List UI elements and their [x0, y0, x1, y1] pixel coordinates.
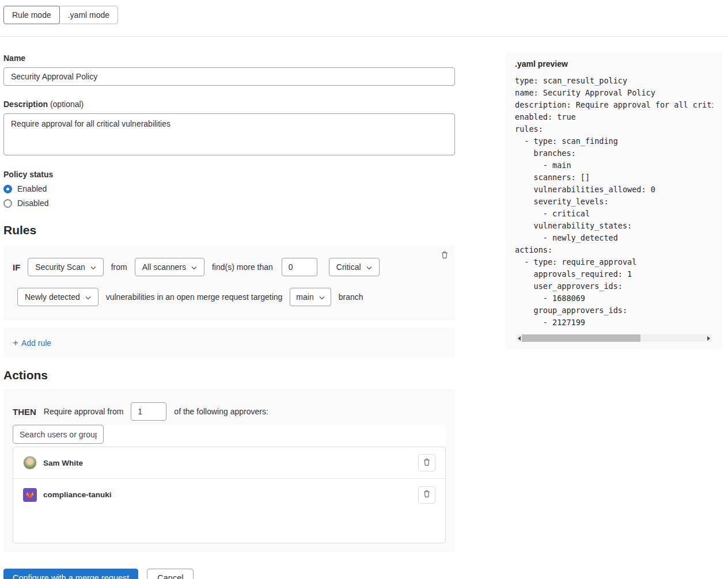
delete-rule-button[interactable]	[440, 250, 449, 260]
approver-name: compliance-tanuki	[43, 490, 112, 499]
group-avatar	[23, 488, 37, 502]
scroll-right-arrow[interactable]	[707, 336, 710, 341]
from-label: from	[111, 262, 127, 272]
if-keyword: IF	[13, 262, 20, 272]
vulnerabilities-allowed-input[interactable]	[282, 258, 317, 276]
chevron-down-icon	[319, 292, 325, 302]
top-divider	[0, 36, 728, 37]
status-option-disabled: Disabled	[3, 199, 455, 208]
search-users-groups-input[interactable]	[13, 425, 104, 444]
scroll-left-arrow[interactable]	[518, 336, 521, 341]
description-label: Description (optional)	[3, 100, 455, 109]
yaml-preview-title: .yaml preview	[515, 59, 713, 68]
scanners-dropdown[interactable]: All scanners	[135, 258, 204, 276]
yaml-preview-panel: .yaml preview type: scan_result_policy n…	[506, 52, 722, 349]
tab-rule-mode[interactable]: Rule mode	[3, 6, 60, 24]
rule-row-1: IF Security Scan from All scanners find(…	[13, 258, 446, 276]
configure-merge-request-button[interactable]: Configure with a merge request	[3, 569, 138, 579]
trash-icon	[422, 489, 431, 500]
finds-more-than-label: find(s) more than	[212, 262, 273, 272]
description-optional-hint: (optional)	[50, 100, 84, 109]
action-card: THEN Require approval from of the follow…	[3, 389, 455, 552]
rules-heading: Rules	[3, 223, 455, 237]
user-avatar	[23, 456, 37, 470]
tanuki-icon	[25, 490, 35, 500]
chevron-down-icon	[191, 262, 197, 272]
status-option-enabled: Enabled	[3, 184, 455, 193]
radio-enabled-label: Enabled	[17, 184, 47, 193]
plus-icon: +	[13, 338, 18, 348]
chevron-down-icon	[366, 262, 372, 272]
rule-card: IF Security Scan from All scanners find(…	[3, 245, 455, 320]
radio-enabled[interactable]	[3, 185, 12, 193]
approver-name: Sam White	[43, 459, 83, 467]
description-textarea[interactable]: Require approval for all critical vulner…	[3, 113, 455, 155]
add-rule-card: + Add rule	[3, 327, 455, 358]
vulnerability-state-dropdown[interactable]: Newly detected	[17, 288, 98, 306]
add-rule-button[interactable]: + Add rule	[13, 338, 51, 348]
branch-dropdown[interactable]: main	[290, 288, 331, 306]
name-label: Name	[3, 54, 455, 63]
severity-dropdown[interactable]: Critical	[329, 258, 380, 276]
branch-label: branch	[339, 292, 363, 302]
actions-heading: Actions	[3, 368, 455, 382]
trash-icon	[422, 458, 431, 468]
remove-approver-button[interactable]	[418, 454, 435, 471]
editor-mode-tabs: Rule mode .yaml mode	[3, 6, 118, 24]
yaml-horizontal-scrollbar[interactable]	[516, 334, 712, 342]
scan-type-dropdown[interactable]: Security Scan	[28, 258, 103, 276]
approver-row-group: compliance-tanuki	[13, 479, 445, 511]
approvers-panel: Sam White	[13, 425, 446, 543]
then-keyword: THEN	[13, 407, 36, 417]
policy-status-label: Policy status	[3, 170, 455, 179]
policy-form: Name Description (optional) Require appr…	[3, 54, 455, 552]
following-approvers-label: of the following approvers:	[174, 407, 268, 416]
scrollbar-thumb[interactable]	[522, 334, 640, 342]
then-row: THEN Require approval from of the follow…	[13, 402, 446, 421]
approvals-required-input[interactable]	[131, 402, 166, 421]
radio-disabled-label: Disabled	[17, 199, 48, 208]
approvers-list: Sam White	[13, 447, 446, 543]
targeting-label: vulnerabilities in an open merge request…	[106, 292, 283, 302]
form-footer: Configure with a merge request Cancel	[3, 569, 728, 579]
approver-row-user: Sam White	[13, 447, 445, 479]
cancel-button[interactable]: Cancel	[147, 569, 194, 579]
radio-disabled[interactable]	[3, 199, 12, 208]
rule-row-2: Newly detected vulnerabilities in an ope…	[13, 288, 446, 306]
trash-icon	[440, 253, 449, 261]
require-approval-label: Require approval from	[44, 407, 124, 416]
yaml-preview-code: type: scan_result_policy name: Security …	[515, 75, 713, 329]
remove-approver-button[interactable]	[418, 486, 435, 504]
chevron-down-icon	[85, 292, 91, 302]
tab-yaml-mode[interactable]: .yaml mode	[59, 6, 118, 24]
name-input[interactable]	[3, 67, 455, 86]
chevron-down-icon	[90, 262, 96, 272]
